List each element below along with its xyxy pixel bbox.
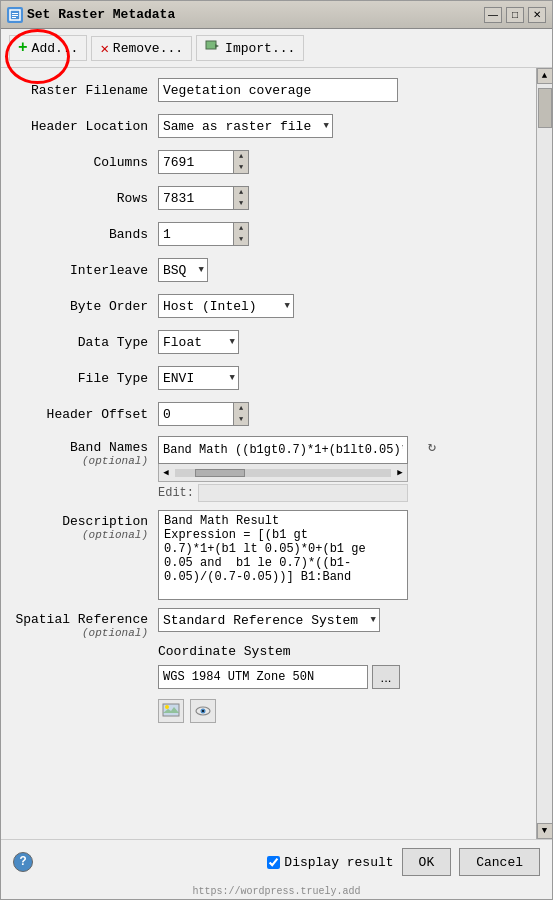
header-offset-spinner-group: ▲ ▼: [158, 402, 249, 426]
raster-filename-input[interactable]: [158, 78, 398, 102]
file-type-select[interactable]: ENVI GeoTIFF JPEG: [158, 366, 239, 390]
h-scroll-track: [175, 469, 391, 477]
add-label: Add...: [32, 41, 79, 56]
band-names-label-group: Band Names (optional): [13, 436, 158, 467]
import-label: Import...: [225, 41, 295, 56]
columns-input[interactable]: [158, 150, 233, 174]
display-result-text: Display result: [284, 855, 393, 870]
file-type-wrapper[interactable]: ENVI GeoTIFF JPEG: [158, 366, 239, 390]
rows-spinner[interactable]: ▲ ▼: [233, 186, 249, 210]
data-type-select[interactable]: Float Integer Byte Long Double: [158, 330, 239, 354]
band-names-input[interactable]: [158, 436, 408, 464]
h-scroll-right[interactable]: ▶: [393, 464, 407, 481]
help-button[interactable]: ?: [13, 852, 33, 872]
add-icon: +: [18, 39, 28, 57]
coord-system-box: ...: [158, 665, 400, 689]
remove-label: Remove...: [113, 41, 183, 56]
bands-row: Bands ▲ ▼: [13, 220, 524, 248]
byte-order-row: Byte Order Host (Intel) Network (IEEE): [13, 292, 524, 320]
header-offset-label: Header Offset: [13, 407, 158, 422]
toolbar: + Add... ✕ Remove... Import...: [1, 29, 552, 68]
refresh-button[interactable]: ↻: [422, 436, 442, 456]
ok-button[interactable]: OK: [402, 848, 452, 876]
file-type-label: File Type: [13, 371, 158, 386]
header-location-wrapper[interactable]: Same as raster file Header directory Cus…: [158, 114, 333, 138]
window-controls[interactable]: — □ ✕: [484, 7, 546, 23]
interleave-select[interactable]: BSQ BIL BIP: [158, 258, 208, 282]
header-location-select[interactable]: Same as raster file Header directory Cus…: [158, 114, 333, 138]
minimize-button[interactable]: —: [484, 7, 502, 23]
header-offset-input[interactable]: [158, 402, 233, 426]
edit-field[interactable]: [198, 484, 408, 502]
columns-up[interactable]: ▲: [234, 151, 248, 162]
description-optional: (optional): [13, 529, 148, 541]
interleave-wrapper[interactable]: BSQ BIL BIP: [158, 258, 208, 282]
footer: ? Display result OK Cancel: [1, 839, 552, 884]
remove-button[interactable]: ✕ Remove...: [91, 36, 192, 61]
file-type-row: File Type ENVI GeoTIFF JPEG: [13, 364, 524, 392]
watermark: https://wordpress.truely.add: [1, 884, 552, 899]
band-names-scrollbar[interactable]: ◀ ▶: [158, 464, 408, 482]
import-button[interactable]: Import...: [196, 35, 304, 61]
rows-label: Rows: [13, 191, 158, 206]
close-button[interactable]: ✕: [528, 7, 546, 23]
display-result-label[interactable]: Display result: [267, 855, 393, 870]
spatial-eye-button[interactable]: [190, 699, 216, 723]
data-type-row: Data Type Float Integer Byte Long Double: [13, 328, 524, 356]
scroll-thumb[interactable]: [538, 88, 552, 128]
byte-order-label: Byte Order: [13, 299, 158, 314]
bands-up[interactable]: ▲: [234, 223, 248, 234]
h-scroll-left[interactable]: ◀: [159, 464, 173, 481]
add-button[interactable]: + Add...: [9, 35, 87, 61]
columns-spinner[interactable]: ▲ ▼: [233, 150, 249, 174]
scroll-track: [537, 84, 553, 823]
scroll-down-arrow[interactable]: ▼: [537, 823, 553, 839]
bands-down[interactable]: ▼: [234, 234, 248, 245]
band-names-row: Band Names (optional) ◀ ▶: [13, 436, 524, 502]
header-offset-up[interactable]: ▲: [234, 403, 248, 414]
bands-label: Bands: [13, 227, 158, 242]
std-ref-wrapper[interactable]: Standard Reference System Arbitrary Geog…: [158, 608, 380, 632]
rows-input[interactable]: [158, 186, 233, 210]
columns-down[interactable]: ▼: [234, 162, 248, 173]
maximize-button[interactable]: □: [506, 7, 524, 23]
header-offset-spinner[interactable]: ▲ ▼: [233, 402, 249, 426]
spatial-ref-optional: (optional): [13, 627, 148, 639]
vertical-scrollbar[interactable]: ▲ ▼: [536, 68, 552, 839]
bands-spinner[interactable]: ▲ ▼: [233, 222, 249, 246]
rows-down[interactable]: ▼: [234, 198, 248, 209]
data-type-label: Data Type: [13, 335, 158, 350]
band-names-area: ◀ ▶ Edit:: [158, 436, 418, 502]
std-ref-row: Standard Reference System Arbitrary Geog…: [158, 608, 380, 632]
bands-input[interactable]: [158, 222, 233, 246]
header-offset-down[interactable]: ▼: [234, 414, 248, 425]
scroll-up-arrow[interactable]: ▲: [537, 68, 553, 84]
window-icon: [7, 7, 23, 23]
coord-system-input[interactable]: [158, 665, 368, 689]
data-type-wrapper[interactable]: Float Integer Byte Long Double: [158, 330, 239, 354]
coord-dots-button[interactable]: ...: [372, 665, 400, 689]
band-names-label: Band Names: [70, 440, 148, 455]
svg-rect-6: [163, 704, 179, 716]
spatial-ref-label: Spatial Reference: [15, 612, 148, 627]
std-ref-select[interactable]: Standard Reference System Arbitrary Geog…: [158, 608, 380, 632]
interleave-row: Interleave BSQ BIL BIP: [13, 256, 524, 284]
rows-up[interactable]: ▲: [234, 187, 248, 198]
rows-row: Rows ▲ ▼: [13, 184, 524, 212]
header-offset-row: Header Offset ▲ ▼: [13, 400, 524, 428]
remove-icon: ✕: [100, 40, 108, 57]
byte-order-wrapper[interactable]: Host (Intel) Network (IEEE): [158, 294, 294, 318]
header-location-label: Header Location: [13, 119, 158, 134]
svg-point-11: [202, 710, 204, 712]
description-textarea[interactable]: Band Math Result Expression = [(b1 gt 0.…: [158, 510, 408, 600]
spatial-image-button[interactable]: [158, 699, 184, 723]
display-result-checkbox[interactable]: [267, 856, 280, 869]
byte-order-select[interactable]: Host (Intel) Network (IEEE): [158, 294, 294, 318]
svg-rect-3: [12, 17, 16, 18]
import-icon: [205, 39, 221, 57]
columns-row: Columns ▲ ▼: [13, 148, 524, 176]
edit-label: Edit:: [158, 486, 194, 500]
h-scroll-thumb[interactable]: [195, 469, 245, 477]
cancel-button[interactable]: Cancel: [459, 848, 540, 876]
main-area: Raster Filename Header Location Same as …: [1, 68, 536, 839]
